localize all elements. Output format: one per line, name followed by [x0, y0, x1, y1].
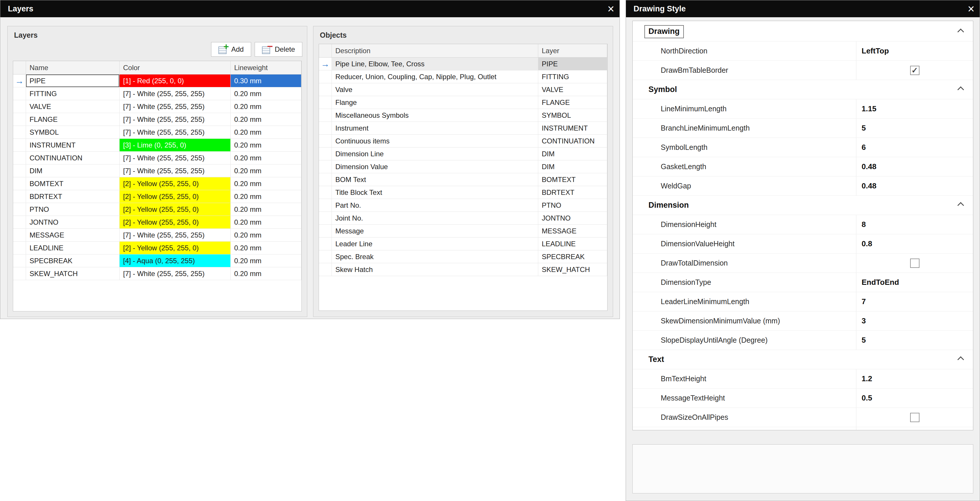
- layer-name-cell[interactable]: PTNO: [26, 203, 119, 216]
- collapse-chevron-icon[interactable]: [958, 202, 964, 209]
- layer-color-cell[interactable]: [2] - Yellow (255, 255, 0): [119, 177, 231, 190]
- object-description-cell[interactable]: Continuous items: [332, 135, 538, 147]
- property-value-cell[interactable]: 0.8: [856, 234, 973, 253]
- layers-table-row[interactable]: SKEW_HATCH [7] - White (255, 255, 255) 0…: [13, 267, 301, 280]
- property-row[interactable]: GasketLength 0.48: [633, 157, 973, 176]
- property-category-row[interactable]: Text: [633, 350, 973, 369]
- objects-table-row[interactable]: Joint No. JONTNO: [319, 212, 607, 225]
- layer-lineweight-cell[interactable]: 0.20 mm: [231, 267, 301, 280]
- layer-name-cell[interactable]: INSTRUMENT: [26, 139, 119, 152]
- property-value[interactable]: 8: [862, 220, 866, 229]
- object-layer-cell[interactable]: SYMBOL: [538, 109, 607, 122]
- layer-name-cell[interactable]: LEADLINE: [26, 242, 119, 254]
- object-layer-cell[interactable]: BDRTEXT: [538, 186, 607, 199]
- object-layer-cell[interactable]: BOMTEXT: [538, 173, 607, 186]
- object-description-cell[interactable]: Miscellaneous Symbols: [332, 109, 538, 122]
- objects-table-row[interactable]: Flange FLANGE: [319, 96, 607, 109]
- layers-table-row[interactable]: FITTING [7] - White (255, 255, 255) 0.20…: [13, 87, 301, 100]
- checkbox[interactable]: [910, 66, 920, 75]
- checkbox[interactable]: [910, 413, 920, 422]
- property-value[interactable]: 6: [862, 143, 866, 152]
- layers-window-titlebar[interactable]: Layers: [0, 0, 619, 17]
- property-value[interactable]: 1.15: [862, 104, 877, 113]
- property-row[interactable]: LineMinimumLength 1.15: [633, 99, 973, 119]
- layer-color-cell[interactable]: [7] - White (255, 255, 255): [119, 100, 231, 113]
- property-row[interactable]: MessageTextHeight 0.5: [633, 388, 973, 408]
- property-name[interactable]: BmTextHeight: [633, 369, 856, 388]
- property-row[interactable]: WeldGap 0.48: [633, 176, 973, 196]
- object-description-cell[interactable]: Leader Line: [332, 238, 538, 251]
- objects-table-row[interactable]: Leader Line LEADLINE: [319, 238, 607, 251]
- property-value[interactable]: 0.5: [862, 393, 872, 403]
- layer-name-cell[interactable]: BDRTEXT: [26, 190, 119, 203]
- object-layer-cell[interactable]: LEADLINE: [538, 238, 607, 251]
- property-category-row[interactable]: Dimension: [633, 196, 973, 215]
- layers-table-row[interactable]: BDRTEXT [2] - Yellow (255, 255, 0) 0.20 …: [13, 190, 301, 203]
- property-name[interactable]: SlopeDisplayUntilAngle (Degree): [633, 331, 856, 350]
- layers-table-row[interactable]: CONTINUATION [7] - White (255, 255, 255)…: [13, 152, 301, 165]
- close-icon[interactable]: [599, 3, 614, 15]
- layer-color-cell[interactable]: [7] - White (255, 255, 255): [119, 152, 231, 165]
- layer-color-cell[interactable]: [2] - Yellow (255, 255, 0): [119, 242, 231, 254]
- layers-table-row[interactable]: PIPE [1] - Red (255, 0, 0) 0.30 mm: [13, 75, 301, 87]
- object-layer-cell[interactable]: MESSAGE: [538, 225, 607, 238]
- object-layer-cell[interactable]: PIPE: [538, 57, 607, 70]
- layer-name-cell[interactable]: CONTINUATION: [26, 152, 119, 165]
- object-description-cell[interactable]: Part No.: [332, 199, 538, 212]
- property-value[interactable]: 5: [862, 336, 866, 345]
- property-value-cell[interactable]: [856, 408, 973, 427]
- object-layer-cell[interactable]: INSTRUMENT: [538, 122, 607, 135]
- layers-table-row[interactable]: FLANGE [7] - White (255, 255, 255) 0.20 …: [13, 113, 301, 126]
- layer-lineweight-cell[interactable]: 0.20 mm: [231, 113, 301, 126]
- drawing-style-titlebar[interactable]: Drawing Style: [626, 0, 980, 17]
- property-row[interactable]: SymbolLength 6: [633, 138, 973, 157]
- property-name[interactable]: DrawPartNoOnAllPipes: [633, 427, 856, 430]
- layer-lineweight-cell[interactable]: 0.20 mm: [231, 216, 301, 229]
- layer-color-cell[interactable]: [2] - Yellow (255, 255, 0): [119, 216, 231, 229]
- property-value-cell[interactable]: EndToEnd: [856, 273, 973, 292]
- property-value[interactable]: 7: [862, 297, 866, 306]
- layer-lineweight-cell[interactable]: 0.20 mm: [231, 126, 301, 139]
- layer-name-cell[interactable]: SYMBOL: [26, 126, 119, 139]
- object-layer-cell[interactable]: DIM: [538, 160, 607, 173]
- objects-table-row[interactable]: Message MESSAGE: [319, 225, 607, 238]
- object-layer-cell[interactable]: JONTNO: [538, 212, 607, 225]
- object-description-cell[interactable]: BOM Text: [332, 173, 538, 186]
- layer-color-cell[interactable]: [4] - Aqua (0, 255, 255): [119, 254, 231, 267]
- property-value[interactable]: 1.2: [862, 374, 872, 383]
- objects-table-row[interactable]: Miscellaneous Symbols SYMBOL: [319, 109, 607, 122]
- checkbox[interactable]: [910, 258, 920, 268]
- object-layer-cell[interactable]: CONTINUATION: [538, 135, 607, 147]
- object-description-cell[interactable]: Skew Hatch: [332, 263, 538, 276]
- layer-lineweight-cell[interactable]: 0.20 mm: [231, 139, 301, 152]
- property-value-cell[interactable]: 6: [856, 138, 973, 157]
- close-icon[interactable]: [959, 3, 974, 15]
- property-value-cell[interactable]: 0.48: [856, 176, 973, 195]
- layer-lineweight-cell[interactable]: 0.20 mm: [231, 203, 301, 216]
- property-name[interactable]: SymbolLength: [633, 138, 856, 157]
- property-row[interactable]: DrawTotalDimension: [633, 254, 973, 273]
- layers-table-row[interactable]: JONTNO [2] - Yellow (255, 255, 0) 0.20 m…: [13, 216, 301, 229]
- layer-lineweight-cell[interactable]: 0.20 mm: [231, 242, 301, 254]
- layer-color-cell[interactable]: [7] - White (255, 255, 255): [119, 126, 231, 139]
- property-value[interactable]: 0.48: [862, 181, 877, 190]
- column-header-description[interactable]: Description: [332, 44, 538, 57]
- property-name[interactable]: DrawBmTableBorder: [633, 61, 856, 80]
- property-row[interactable]: LeaderLineMinimumLength 7: [633, 292, 973, 311]
- layer-lineweight-cell[interactable]: 0.20 mm: [231, 87, 301, 100]
- collapse-chevron-icon[interactable]: [958, 86, 964, 93]
- objects-table-row[interactable]: Reducer, Union, Coupling, Cap, Nipple, P…: [319, 70, 607, 83]
- property-value-cell[interactable]: 0.48: [856, 157, 973, 176]
- layer-color-cell[interactable]: [3] - Lime (0, 255, 0): [119, 139, 231, 152]
- object-description-cell[interactable]: Dimension Value: [332, 160, 538, 173]
- property-row[interactable]: SlopeDisplayUntilAngle (Degree) 5: [633, 331, 973, 350]
- layer-name-cell[interactable]: DIM: [26, 165, 119, 177]
- objects-table-row[interactable]: Spec. Break SPECBREAK: [319, 251, 607, 263]
- layer-color-cell[interactable]: [2] - Yellow (255, 255, 0): [119, 203, 231, 216]
- layer-lineweight-cell[interactable]: 0.20 mm: [231, 254, 301, 267]
- layers-table-row[interactable]: PTNO [2] - Yellow (255, 255, 0) 0.20 mm: [13, 203, 301, 216]
- object-description-cell[interactable]: Title Block Text: [332, 186, 538, 199]
- property-name[interactable]: LeaderLineMinimumLength: [633, 292, 856, 311]
- column-header-layer[interactable]: Layer: [538, 44, 607, 57]
- layer-color-cell[interactable]: [1] - Red (255, 0, 0): [119, 75, 231, 87]
